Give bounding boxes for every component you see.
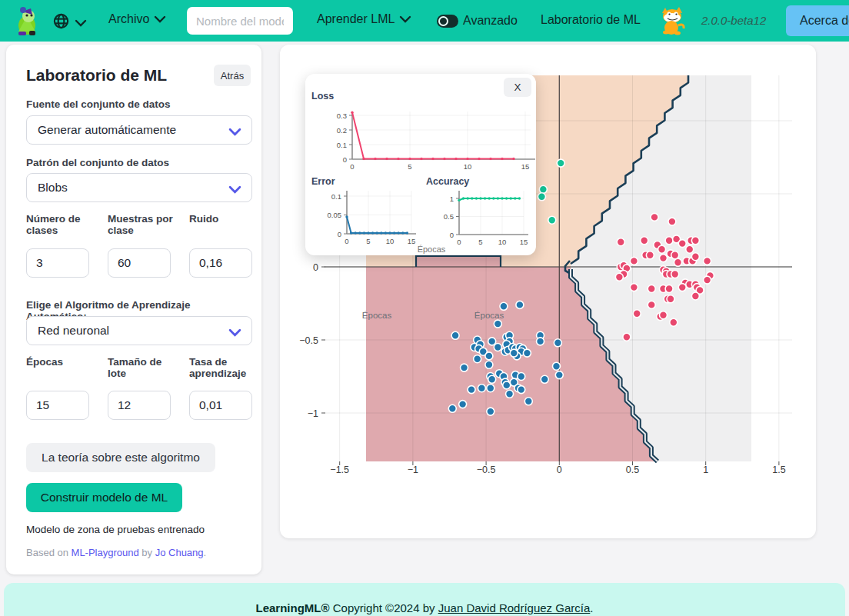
pattern-label: Patrón del conjunto de datos bbox=[26, 157, 252, 168]
model-name-input[interactable] bbox=[187, 7, 293, 35]
algorithm-select[interactable]: Red neuronal bbox=[26, 316, 252, 345]
acerca-de-button[interactable]: Acerca de bbox=[786, 5, 849, 36]
credit-prefix: Based on bbox=[26, 547, 72, 558]
svg-text:15: 15 bbox=[520, 238, 528, 246]
pattern-select-value: Blobs bbox=[38, 181, 68, 195]
source-label: Fuente del conjunto de datos bbox=[26, 98, 252, 110]
svg-text:0.1: 0.1 bbox=[331, 192, 341, 201]
globe-icon[interactable] bbox=[52, 12, 70, 33]
avanzado-toggle-icon[interactable] bbox=[437, 15, 458, 28]
error-chart-title: Error bbox=[311, 176, 335, 187]
footer: LearningML® Copyright ©2024 by Juan Davi… bbox=[4, 583, 845, 616]
playground-chart-card: ÉpocasÉpocas−1.5−1−0.500.511.50−0.5−1 X … bbox=[280, 45, 816, 538]
svg-text:1: 1 bbox=[450, 195, 454, 203]
svg-text:Épocas: Épocas bbox=[474, 311, 504, 320]
svg-text:0.2: 0.2 bbox=[337, 126, 347, 135]
svg-text:Épocas: Épocas bbox=[362, 311, 392, 320]
avanzado-toggle-group[interactable]: Avanzado bbox=[437, 14, 518, 28]
svg-text:−0.5: −0.5 bbox=[477, 464, 496, 475]
language-menu[interactable] bbox=[52, 12, 87, 33]
svg-text:0.05: 0.05 bbox=[328, 211, 342, 219]
svg-text:−0.5: −0.5 bbox=[299, 335, 318, 346]
svg-text:15: 15 bbox=[408, 237, 416, 245]
theory-button[interactable]: La teoría sobre este algoritmo bbox=[26, 443, 215, 472]
ml-playground-link[interactable]: ML-Playground bbox=[72, 547, 139, 558]
learningml-logo-icon bbox=[12, 5, 42, 41]
svg-text:0: 0 bbox=[345, 237, 348, 245]
build-model-button[interactable]: Construir modelo de ML bbox=[26, 483, 182, 512]
training-metrics-panel: X Loss Error Accuracy 00.10.20.305101500… bbox=[305, 74, 536, 255]
epochs-label: Épocas bbox=[26, 356, 97, 368]
svg-text:10: 10 bbox=[498, 238, 507, 246]
source-select[interactable]: Generar automáticamente bbox=[26, 115, 252, 145]
svg-text:5: 5 bbox=[478, 238, 482, 246]
avanzado-label: Avanzado bbox=[463, 14, 518, 28]
classes-input[interactable] bbox=[26, 248, 89, 278]
jo-chuang-link[interactable]: Jo Chuang bbox=[155, 547, 204, 558]
svg-text:0.3: 0.3 bbox=[337, 112, 347, 120]
svg-text:5: 5 bbox=[366, 237, 370, 245]
svg-text:0: 0 bbox=[350, 162, 354, 171]
svg-text:−1.5: −1.5 bbox=[330, 464, 349, 475]
navbar-app-title: Laboratorio de ML bbox=[541, 13, 641, 27]
footer-brand: LearningML® bbox=[256, 601, 330, 614]
chevron-down-icon[interactable] bbox=[75, 16, 87, 30]
svg-text:10: 10 bbox=[386, 237, 395, 245]
svg-text:0.5: 0.5 bbox=[444, 212, 454, 221]
pattern-select[interactable]: Blobs bbox=[26, 173, 252, 202]
loss-chart-title: Loss bbox=[311, 91, 334, 102]
footer-author-link[interactable]: Juan David Rodríguez García bbox=[438, 601, 591, 614]
svg-text:0.1: 0.1 bbox=[337, 141, 347, 149]
svg-text:5: 5 bbox=[408, 162, 411, 171]
noise-label: Ruido bbox=[189, 213, 252, 225]
svg-text:0: 0 bbox=[557, 464, 562, 475]
lr-input[interactable] bbox=[189, 391, 252, 420]
svg-text:0: 0 bbox=[338, 230, 341, 238]
chevron-down-icon[interactable] bbox=[399, 12, 411, 26]
samples-label: Muestras por clase bbox=[108, 213, 174, 236]
menu-aprender-lml[interactable]: Aprender LML bbox=[317, 12, 411, 26]
menu-archivo-label[interactable]: Archivo bbox=[108, 12, 149, 26]
batch-label: Tamaño de lote bbox=[108, 356, 174, 379]
svg-text:−1: −1 bbox=[308, 408, 318, 419]
batch-input[interactable] bbox=[108, 391, 171, 420]
samples-input[interactable] bbox=[108, 248, 171, 278]
svg-text:15: 15 bbox=[521, 162, 530, 171]
close-icon[interactable]: X bbox=[504, 78, 531, 97]
source-select-value: Generar automáticamente bbox=[38, 123, 176, 137]
svg-text:0: 0 bbox=[457, 238, 461, 246]
svg-text:0.5: 0.5 bbox=[626, 464, 639, 475]
svg-text:0: 0 bbox=[343, 155, 347, 164]
chevron-down-icon[interactable] bbox=[228, 326, 241, 340]
svg-text:1: 1 bbox=[703, 464, 708, 475]
version-label: 2.0.0-beta12 bbox=[701, 14, 766, 27]
svg-text:1.5: 1.5 bbox=[772, 464, 785, 475]
model-status-text: Modelo de zona de pruebas entrenado bbox=[26, 524, 205, 535]
scratch-cat-icon bbox=[658, 5, 688, 40]
credit-line: Based on ML-Playground by Jo Chuang. bbox=[26, 547, 206, 558]
ml-lab-panel: Laboratorio de ML Atrás Fuente del conju… bbox=[6, 45, 261, 574]
navbar: Archivo Aprender LML Avanzado Laboratori… bbox=[0, 0, 849, 42]
chevron-down-icon[interactable] bbox=[154, 12, 166, 26]
footer-copyright: Copyright ©2024 by bbox=[330, 601, 438, 614]
chevron-down-icon[interactable] bbox=[228, 125, 241, 139]
metrics-mini-charts: 00.10.20.305101500.050.105101500.5105101… bbox=[305, 74, 536, 255]
svg-text:Épocas: Épocas bbox=[418, 245, 446, 254]
back-button[interactable]: Atrás bbox=[214, 65, 251, 86]
algorithm-select-value: Red neuronal bbox=[38, 324, 109, 338]
svg-text:10: 10 bbox=[464, 162, 472, 171]
classes-label: Número de clases bbox=[26, 213, 97, 236]
noise-input[interactable] bbox=[189, 248, 252, 278]
svg-text:0: 0 bbox=[313, 262, 318, 273]
svg-text:−1: −1 bbox=[408, 464, 418, 475]
lr-label: Tasa de aprendizaje bbox=[189, 356, 254, 379]
credit-mid: by bbox=[139, 547, 155, 558]
menu-aprender-label[interactable]: Aprender LML bbox=[317, 12, 395, 26]
accuracy-chart-title: Accuracy bbox=[426, 176, 469, 187]
svg-text:0: 0 bbox=[450, 231, 454, 239]
chevron-down-icon[interactable] bbox=[228, 183, 241, 197]
menu-archivo[interactable]: Archivo bbox=[108, 12, 166, 26]
epochs-input[interactable] bbox=[26, 391, 89, 420]
footer-suffix: . bbox=[590, 601, 593, 614]
credit-suffix: . bbox=[204, 547, 207, 558]
